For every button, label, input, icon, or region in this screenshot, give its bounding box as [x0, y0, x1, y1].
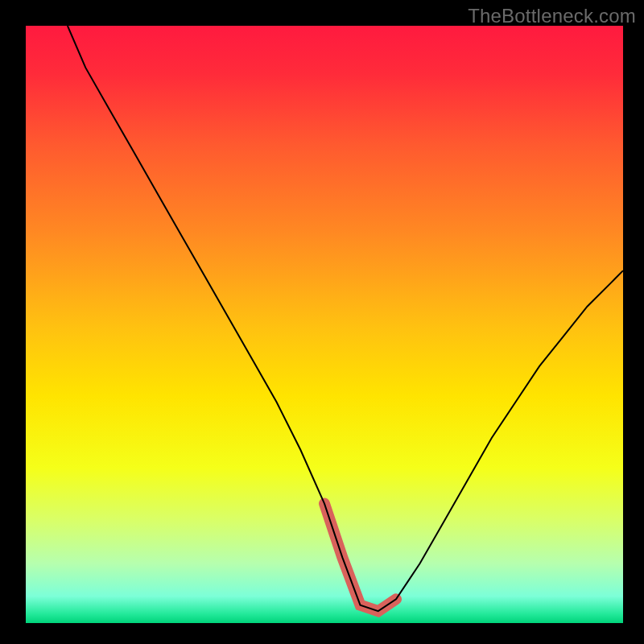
chart-svg: [26, 26, 623, 623]
chart-stage: TheBottleneck.com: [0, 0, 644, 644]
bottleneck-chart: [26, 26, 623, 623]
gradient-background: [26, 26, 623, 623]
watermark-text: TheBottleneck.com: [468, 5, 636, 27]
